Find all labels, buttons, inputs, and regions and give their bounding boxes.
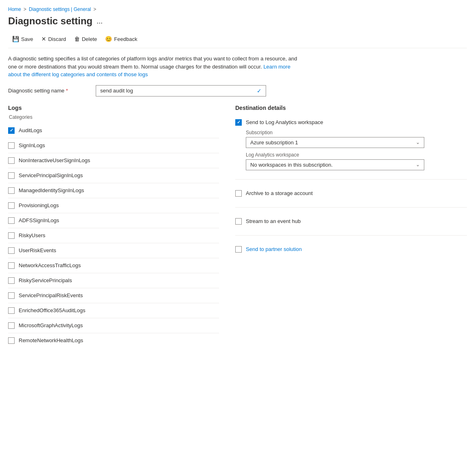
log-checkbox-riskyserviceprincipals[interactable] <box>8 277 15 284</box>
delete-icon: 🗑 <box>74 36 80 42</box>
destination-section-title: Destination details <box>235 105 467 111</box>
log-item: AuditLogs <box>8 123 219 138</box>
log-label-networkaccesstrafficlogs: NetworkAccessTrafficLogs <box>19 262 81 268</box>
storage-account-block: Archive to a storage account <box>235 180 467 208</box>
log-label-userriskevents: UserRiskEvents <box>19 247 56 253</box>
description-text: A diagnostic setting specifies a list of… <box>8 56 297 70</box>
subscription-dropdown[interactable]: Azure subscription 1 ⌄ <box>246 137 424 148</box>
breadcrumb: Home > Diagnostic settings | General > <box>8 6 467 12</box>
partner-solution-checkbox[interactable] <box>235 246 242 253</box>
log-label-auditlogs: AuditLogs <box>19 127 42 133</box>
logs-section-title: Logs <box>8 105 219 111</box>
log-label-remotenetworkhealthlogs: RemoteNetworkHealthLogs <box>19 337 83 343</box>
log-checkbox-provisioninglogs[interactable] <box>8 202 15 209</box>
workspace-dropdown[interactable]: No workspaces in this subscription. ⌄ <box>246 159 424 170</box>
log-item: NonInteractiveUserSignInLogs <box>8 153 219 168</box>
log-checkbox-signinlogs[interactable] <box>8 142 15 149</box>
log-analytics-block: Send to Log Analytics workspace Subscrip… <box>235 114 467 180</box>
feedback-button[interactable]: 😊 Feedback <box>101 33 141 45</box>
log-label-microsoftgraphactivitylogs: MicrosoftGraphActivityLogs <box>19 322 83 328</box>
log-item: RiskyUsers <box>8 228 219 243</box>
log-label-managedidentitysigninlogs: ManagedIdentitySignInLogs <box>19 187 84 193</box>
breadcrumb-sep1: > <box>24 6 26 12</box>
field-label-text: Diagnostic setting name <box>8 88 64 94</box>
valid-check-icon: ✓ <box>257 88 262 94</box>
feedback-label: Feedback <box>114 36 137 42</box>
page-title-row: Diagnostic setting ... <box>8 15 467 27</box>
ellipsis-menu[interactable]: ... <box>97 17 103 26</box>
log-item: MicrosoftGraphActivityLogs <box>8 318 219 333</box>
feedback-icon: 😊 <box>105 36 112 42</box>
logs-section: Logs Categories AuditLogsSignInLogsNonIn… <box>8 105 219 348</box>
log-checkbox-adfssigninlogs[interactable] <box>8 217 15 224</box>
log-checkbox-managedidentitysigninlogs[interactable] <box>8 187 15 194</box>
breadcrumb-home[interactable]: Home <box>8 6 21 12</box>
toolbar: 💾 Save ✕ Discard 🗑 Delete 😊 Feedback <box>8 33 467 48</box>
log-checkbox-auditlogs[interactable] <box>8 127 15 134</box>
log-item: RiskyServicePrincipals <box>8 273 219 288</box>
delete-button[interactable]: 🗑 Delete <box>70 33 101 45</box>
log-checkbox-microsoftgraphactivitylogs[interactable] <box>8 322 15 329</box>
log-item: ProvisioningLogs <box>8 198 219 213</box>
log-label-riskyserviceprincipals: RiskyServicePrincipals <box>19 277 72 283</box>
log-label-enrichedoffice365auditlogs: EnrichedOffice365AuditLogs <box>19 307 86 313</box>
event-hub-row: Stream to an event hub <box>235 212 467 230</box>
field-row: Diagnostic setting name * ✓ <box>8 85 467 96</box>
log-item: ADFSSignInLogs <box>8 213 219 228</box>
log-checkbox-serviceprincipalriskevents[interactable] <box>8 292 15 299</box>
log-item: ManagedIdentitySignInLogs <box>8 183 219 198</box>
log-analytics-checkbox[interactable] <box>235 119 242 126</box>
subscription-label: Subscription <box>246 130 467 135</box>
destination-section: Destination details Send to Log Analytic… <box>235 105 467 348</box>
subscription-group: Subscription Azure subscription 1 ⌄ Log … <box>246 130 467 170</box>
log-items-list: AuditLogsSignInLogsNonInteractiveUserSig… <box>8 123 219 348</box>
log-item: SignInLogs <box>8 138 219 153</box>
log-analytics-row: Send to Log Analytics workspace <box>235 119 467 126</box>
log-label-signinlogs: SignInLogs <box>19 142 45 148</box>
log-label-serviceprincipalriskevents: ServicePrincipalRiskEvents <box>19 292 83 298</box>
diagnostic-name-input[interactable] <box>100 88 257 94</box>
storage-account-checkbox[interactable] <box>235 190 242 197</box>
log-checkbox-serviceprincipalsigninlogs[interactable] <box>8 172 15 179</box>
save-label: Save <box>21 36 33 42</box>
log-item: RemoteNetworkHealthLogs <box>8 333 219 348</box>
log-label-riskyusers: RiskyUsers <box>19 232 45 238</box>
save-icon: 💾 <box>12 36 19 42</box>
save-button[interactable]: 💾 Save <box>8 33 37 45</box>
log-checkbox-riskyusers[interactable] <box>8 232 15 239</box>
description: A diagnostic setting specifies a list of… <box>8 55 304 79</box>
partner-solution-row: Send to partner solution <box>235 240 467 258</box>
discard-icon: ✕ <box>41 36 46 42</box>
log-item: ServicePrincipalRiskEvents <box>8 288 219 303</box>
log-checkbox-noninteractiveusersigninlogs[interactable] <box>8 157 15 164</box>
required-indicator: * <box>66 88 68 94</box>
main-content: Logs Categories AuditLogsSignInLogsNonIn… <box>8 105 467 348</box>
log-label-serviceprincipalsigninlogs: ServicePrincipalSignInLogs <box>19 172 83 178</box>
log-checkbox-networkaccesstrafficlogs[interactable] <box>8 262 15 269</box>
log-checkbox-remotenetworkhealthlogs[interactable] <box>8 337 15 344</box>
subscription-value: Azure subscription 1 <box>250 139 298 146</box>
storage-account-label: Archive to a storage account <box>246 190 313 196</box>
event-hub-checkbox[interactable] <box>235 218 242 225</box>
log-checkbox-enrichedoffice365auditlogs[interactable] <box>8 307 15 314</box>
log-item: UserRiskEvents <box>8 243 219 258</box>
discard-button[interactable]: ✕ Discard <box>37 33 70 45</box>
breadcrumb-diagnostic-settings[interactable]: Diagnostic settings | General <box>29 6 91 12</box>
event-hub-label: Stream to an event hub <box>246 218 301 224</box>
workspace-dropdown-arrow: ⌄ <box>416 162 420 167</box>
log-checkbox-userriskevents[interactable] <box>8 247 15 254</box>
diagnostic-name-input-container: ✓ <box>96 85 266 96</box>
breadcrumb-sep2: > <box>93 6 96 12</box>
categories-label: Categories <box>9 114 219 120</box>
log-item: EnrichedOffice365AuditLogs <box>8 303 219 318</box>
partner-solution-block: Send to partner solution <box>235 236 467 263</box>
event-hub-block: Stream to an event hub <box>235 208 467 236</box>
log-item: ServicePrincipalSignInLogs <box>8 168 219 183</box>
partner-solution-label[interactable]: Send to partner solution <box>246 246 302 252</box>
workspace-value: No workspaces in this subscription. <box>250 162 333 168</box>
field-label: Diagnostic setting name * <box>8 88 89 94</box>
storage-account-row: Archive to a storage account <box>235 184 467 202</box>
log-label-provisioninglogs: ProvisioningLogs <box>19 202 59 208</box>
subscription-dropdown-arrow: ⌄ <box>416 139 420 145</box>
discard-label: Discard <box>48 36 66 42</box>
